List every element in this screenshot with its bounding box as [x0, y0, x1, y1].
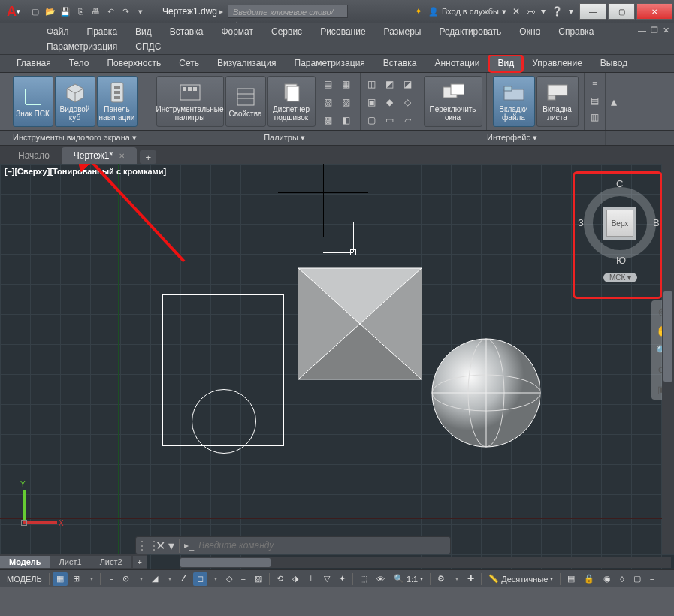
tab-solid[interactable]: Тело: [60, 55, 98, 72]
status-qp-icon[interactable]: ▤: [564, 572, 579, 586]
status-lock-icon[interactable]: 🔒: [580, 572, 598, 586]
ucs-icon-button[interactable]: Знак ПСК: [13, 76, 53, 127]
drawing-canvas[interactable]: [–][Сверху][Тонированный с кромками]: [0, 164, 674, 569]
status-polar-dd[interactable]: [134, 572, 147, 586]
sm-misc-2[interactable]: ◩: [382, 76, 398, 92]
command-input[interactable]: [198, 540, 394, 551]
status-annovisibility-icon[interactable]: 👁: [373, 572, 388, 586]
filetab-active[interactable]: Чертеж1*✕: [62, 147, 137, 164]
doc-restore[interactable]: ❐: [651, 26, 658, 35]
qat-new-icon[interactable]: ▢: [29, 5, 42, 18]
menu-edit[interactable]: Правка: [78, 24, 127, 39]
minimize-button[interactable]: ―: [579, 3, 606, 20]
sm-misc-8[interactable]: ▭: [382, 112, 398, 128]
doc-close[interactable]: ✕: [663, 26, 669, 35]
exchange-icon[interactable]: ✕: [512, 6, 520, 17]
title-dropdown-icon[interactable]: ▸: [219, 6, 223, 17]
qat-undo-icon[interactable]: ↶: [104, 5, 117, 18]
status-otrack-icon[interactable]: ∠: [177, 572, 192, 586]
tab-visualize[interactable]: Визуализация: [208, 55, 286, 72]
sm-palette-1[interactable]: ▤: [320, 76, 337, 92]
help-icon[interactable]: ❔: [552, 6, 563, 17]
switch-windows-button[interactable]: Переключить окна: [424, 76, 482, 127]
status-osnap-dd[interactable]: [209, 572, 221, 586]
sm-palette-2[interactable]: ▦: [338, 76, 355, 92]
command-line[interactable]: ⋮⋮ ✕ ▾ ▸_: [135, 536, 451, 554]
compass-e[interactable]: В: [653, 217, 660, 228]
status-customize-icon[interactable]: ≡: [646, 572, 658, 586]
status-ws-icon[interactable]: ⚙: [434, 572, 449, 586]
status-gizmo-icon[interactable]: ✦: [335, 572, 349, 586]
menu-help[interactable]: Справка: [549, 24, 603, 39]
vertical-scrollbar[interactable]: [662, 164, 674, 554]
layout-tab-model[interactable]: Модель: [0, 556, 50, 568]
tab-output[interactable]: Вывод: [591, 55, 636, 72]
layout-tab-1[interactable]: Лист1: [50, 556, 91, 568]
status-iso-icon[interactable]: ◢: [148, 572, 162, 586]
status-transparency-icon[interactable]: ▨: [251, 572, 266, 586]
sm-iface-3[interactable]: ▥: [587, 109, 603, 125]
ribbon-collapse-button[interactable]: ▴: [606, 73, 621, 130]
signin-button[interactable]: 👤Вход в службы▾: [428, 7, 506, 17]
a360-icon[interactable]: ⧟: [526, 6, 535, 17]
sm-palette-4[interactable]: ▨: [338, 94, 355, 110]
menu-view[interactable]: Вид: [126, 24, 161, 39]
status-snap-dd[interactable]: [85, 572, 97, 586]
status-filterselect-icon[interactable]: ▽: [320, 572, 334, 586]
maximize-button[interactable]: ▢: [608, 3, 635, 20]
menu-file[interactable]: Файл: [38, 24, 78, 39]
compass-w[interactable]: З: [578, 217, 584, 228]
sm-iface-1[interactable]: ≡: [587, 76, 603, 92]
sm-misc-6[interactable]: ◇: [400, 94, 416, 110]
viewcube-button[interactable]: Видовой куб: [55, 76, 95, 127]
tab-insert[interactable]: Вставка: [374, 55, 426, 72]
sm-palette-3[interactable]: ▧: [320, 94, 337, 110]
drawn-pyramid[interactable]: [298, 267, 422, 380]
menu-parametric[interactable]: Параметризация: [38, 39, 126, 54]
tab-parametric[interactable]: Параметризация: [286, 55, 374, 72]
status-hw-icon[interactable]: ◉: [600, 572, 615, 586]
app-logo[interactable]: A▾: [3, 3, 24, 20]
status-cycle-icon[interactable]: ⟲: [273, 572, 287, 586]
sheetset-button[interactable]: Диспетчер подшивок: [267, 76, 316, 127]
status-scale[interactable]: 🔍1:1▾: [390, 572, 427, 586]
qat-dropdown-icon[interactable]: ▾: [134, 5, 147, 18]
cmdline-close-icon[interactable]: ✕ ▾: [151, 539, 180, 553]
tab-home[interactable]: Главная: [8, 55, 60, 72]
tool-palettes-button[interactable]: Инструментальные палитры: [156, 76, 224, 127]
qat-print-icon[interactable]: 🖶: [89, 5, 102, 18]
status-clean-icon[interactable]: ▢: [630, 572, 645, 586]
menu-service[interactable]: Сервис: [262, 24, 311, 39]
close-button[interactable]: ✕: [636, 3, 672, 20]
horizontal-scrollbar[interactable]: [180, 557, 671, 568]
status-3d-icon[interactable]: ⬗: [289, 572, 302, 586]
compass-s[interactable]: Ю: [616, 255, 626, 266]
status-lwt-icon[interactable]: ≡: [237, 572, 249, 586]
sm-misc-4[interactable]: ▣: [364, 94, 380, 110]
filetab-start[interactable]: Начало: [6, 147, 62, 164]
cmdline-grip-icon[interactable]: ⋮⋮: [136, 539, 151, 553]
menu-draw[interactable]: Рисование: [311, 24, 374, 39]
tab-manage[interactable]: Управление: [523, 55, 591, 72]
drawn-circle[interactable]: [192, 389, 256, 454]
status-annoscale-icon[interactable]: ⬚: [356, 572, 371, 586]
sm-palette-6[interactable]: ◧: [338, 112, 355, 128]
status-units[interactable]: 📏Десятичные▾: [485, 572, 557, 586]
sm-palette-5[interactable]: ▩: [320, 112, 337, 128]
status-osnap-icon[interactable]: ◻: [193, 572, 207, 586]
menu-format[interactable]: Формат: [212, 24, 262, 39]
sm-misc-9[interactable]: ▱: [400, 112, 416, 128]
sm-misc-1[interactable]: ◫: [364, 76, 380, 92]
navbar-button[interactable]: Панель навигации: [97, 76, 138, 127]
status-3dosnap-icon[interactable]: ◇: [222, 572, 236, 586]
file-tabs-button[interactable]: Вкладки файла: [493, 76, 535, 127]
help-dd-icon[interactable]: ▾: [569, 6, 573, 17]
viewcube[interactable]: Верх: [606, 210, 633, 237]
menu-window[interactable]: Окно: [510, 24, 549, 39]
sm-misc-3[interactable]: ◪: [400, 76, 416, 92]
qat-redo-icon[interactable]: ↷: [119, 5, 132, 18]
menu-spds[interactable]: СПДС: [126, 39, 170, 54]
tab-surface[interactable]: Поверхность: [98, 55, 170, 72]
status-iso-dd[interactable]: [163, 572, 175, 586]
status-grid-icon[interactable]: ▦: [53, 572, 68, 586]
